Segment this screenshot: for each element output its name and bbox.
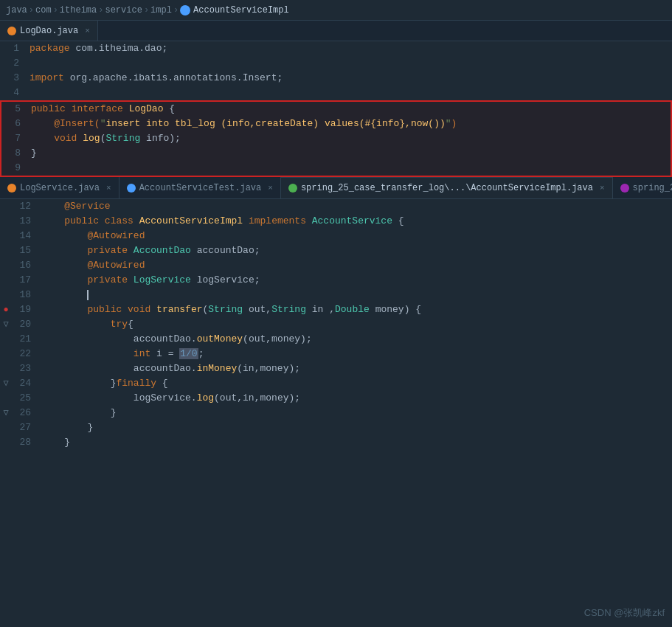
line-num-23: 23: [12, 361, 38, 376]
tab-icon-accountserviceimpl: [288, 184, 297, 193]
line-content-4: [27, 86, 672, 100]
code-line-1: 1 package com.itheima.dao;: [0, 41, 672, 56]
line-content-1: package com.itheima.dao;: [27, 41, 672, 56]
code-line-28: 28 }: [0, 435, 672, 450]
line-content-24: }finally {: [38, 376, 672, 391]
line-num-27: 27: [12, 420, 38, 435]
tab-icon-logdao: [7, 27, 16, 35]
line-content-26: }: [38, 406, 672, 420]
code-line-8: 8 }: [1, 146, 671, 161]
line-content-22: int i = 1/0;: [38, 347, 672, 361]
line-content-7: void log(String info);: [28, 131, 671, 146]
gutter-19: ●: [0, 302, 12, 317]
tab-close-accountservicetest[interactable]: ×: [268, 184, 273, 193]
code-line-9: 9: [1, 161, 671, 176]
line-content-25: logService.log(out,in,money);: [38, 391, 672, 406]
tab-icon-accountservicetest: [127, 184, 136, 193]
line-content-5: public interface LogDao {: [28, 102, 671, 117]
line-num-7: 7: [1, 131, 28, 146]
code-line-7: 7 void log(String info);: [1, 131, 671, 146]
line-content-6: @Insert("insert into tbl_log (info,creat…: [28, 117, 671, 131]
line-num-20: 20: [12, 317, 38, 332]
tab-jdbc[interactable]: spring_24_case_transfer\...\jdbc.p ×: [613, 177, 672, 198]
gutter-20: ▽: [0, 317, 12, 332]
tab-icon-logservice: [7, 184, 16, 193]
tab-logservice[interactable]: LogService.java ×: [0, 177, 119, 198]
bottom-tab-bar: LogService.java × AccountServiceTest.jav…: [0, 177, 672, 199]
line-num-16: 16: [12, 258, 38, 273]
line-num-2: 2: [0, 56, 27, 71]
code-line-23: 23 accountDao.inMoney(in,money);: [0, 361, 672, 376]
line-content-19: public void transfer(String out,String i…: [38, 302, 672, 317]
breadcrumb-impl[interactable]: impl: [150, 5, 172, 15]
line-num-4: 4: [0, 86, 27, 100]
top-tab-bar: LogDao.java ×: [0, 21, 672, 41]
editor-top: 1 package com.itheima.dao; 2 3 import or…: [0, 41, 672, 177]
line-num-28: 28: [12, 435, 38, 450]
watermark: CSDN @张凯峰zkf: [584, 606, 665, 620]
line-num-22: 22: [12, 347, 38, 361]
code-line-20: ▽ 20 try{: [0, 317, 672, 332]
tab-close-logservice[interactable]: ×: [106, 184, 111, 193]
breadcrumb-bar: java › com › itheima › service › impl › …: [0, 0, 672, 21]
line-num-18: 18: [12, 288, 38, 302]
code-line-21: 21 accountDao.outMoney(out,money);: [0, 332, 672, 347]
line-content-17: private LogService logService;: [38, 273, 672, 288]
line-content-2: [27, 56, 672, 71]
line-num-3: 3: [0, 71, 27, 86]
line-content-12: @Service: [38, 199, 672, 214]
tab-accountserviceimpl[interactable]: spring_25_case_transfer_log\...\AccountS…: [281, 177, 613, 198]
line-content-20: try{: [38, 317, 672, 332]
line-content-13: public class AccountServiceImpl implemen…: [38, 214, 672, 229]
tab-label-logdao: LogDao.java: [20, 26, 78, 36]
code-line-18: 18: [0, 288, 672, 302]
line-num-26: 26: [12, 406, 38, 420]
code-line-16: 16 @Autowired: [0, 258, 672, 273]
code-line-4: 4: [0, 86, 672, 100]
code-line-3: 3 import org.apache.ibatis.annotations.I…: [0, 71, 672, 86]
tab-close-accountserviceimpl[interactable]: ×: [600, 184, 605, 193]
line-num-15: 15: [12, 243, 38, 258]
line-num-5: 5: [1, 102, 28, 117]
line-num-6: 6: [1, 117, 28, 131]
code-line-25: 25 logService.log(out,in,money);: [0, 391, 672, 406]
code-line-6: 6 @Insert("insert into tbl_log (info,cre…: [1, 117, 671, 131]
line-num-21: 21: [12, 332, 38, 347]
code-line-22: 22 int i = 1/0;: [0, 347, 672, 361]
bottom-code-container: 12 @Service 13 public class AccountServi…: [0, 199, 672, 450]
code-line-17: 17 private LogService logService;: [0, 273, 672, 288]
breadcrumb-com[interactable]: com: [35, 5, 52, 15]
class-icon: [180, 5, 190, 15]
gutter-24: ▽: [0, 376, 12, 391]
line-num-25: 25: [12, 391, 38, 406]
breadcrumb-accountserviceimpl[interactable]: AccountServiceImpl: [193, 5, 289, 15]
breadcrumb-java[interactable]: java: [6, 5, 27, 15]
line-num-1: 1: [0, 41, 27, 56]
code-line-12: 12 @Service: [0, 199, 672, 214]
tab-close-logdao[interactable]: ×: [85, 27, 90, 35]
line-content-16: @Autowired: [38, 258, 672, 273]
line-content-18: [38, 288, 672, 302]
line-num-14: 14: [12, 229, 38, 243]
tab-accountservicetest[interactable]: AccountServiceTest.java ×: [119, 177, 281, 198]
line-num-9: 9: [1, 161, 28, 176]
code-line-2: 2: [0, 56, 672, 71]
top-code-container: 1 package com.itheima.dao; 2 3 import or…: [0, 41, 672, 100]
code-line-26: ▽ 26 }: [0, 406, 672, 420]
highlight-box: 5 public interface LogDao { 6 @Insert("i…: [0, 100, 672, 177]
tab-icon-jdbc: [620, 184, 629, 193]
code-line-24: ▽ 24 }finally {: [0, 376, 672, 391]
breadcrumb-itheima[interactable]: itheima: [60, 5, 97, 15]
line-content-21: accountDao.outMoney(out,money);: [38, 332, 672, 347]
line-content-14: @Autowired: [38, 229, 672, 243]
code-line-5: 5 public interface LogDao {: [1, 102, 671, 117]
line-num-17: 17: [12, 273, 38, 288]
breadcrumb-service[interactable]: service: [105, 5, 142, 15]
code-line-15: 15 private AccountDao accountDao;: [0, 243, 672, 258]
line-content-23: accountDao.inMoney(in,money);: [38, 361, 672, 376]
line-num-8: 8: [1, 146, 28, 161]
tab-logdao[interactable]: LogDao.java ×: [0, 21, 98, 41]
code-line-19: ● 19 public void transfer(String out,Str…: [0, 302, 672, 317]
line-num-19: 19: [12, 302, 38, 317]
editor-bottom: 12 @Service 13 public class AccountServi…: [0, 199, 672, 450]
